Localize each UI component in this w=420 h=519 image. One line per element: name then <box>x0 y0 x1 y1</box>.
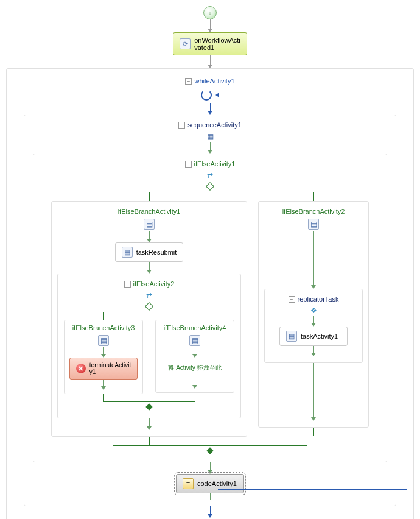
container-title: ifElseBranchActivity2 <box>282 208 345 215</box>
collapse-icon[interactable]: − <box>185 78 192 85</box>
drop-hint[interactable]: 将 Activity 拖放至此 <box>162 358 228 378</box>
collapse-icon[interactable]: − <box>178 122 185 129</box>
decision-icon: ⇄ <box>146 291 152 300</box>
container-header[interactable]: ifElseBranchActivity2 <box>282 208 345 215</box>
connector <box>149 418 150 427</box>
connector <box>210 462 211 471</box>
container-header[interactable]: − ifElseActivity1 <box>185 160 236 168</box>
container-sequence-activity1[interactable]: − sequenceActivity1 ▦ − ifElseActivity1 … <box>24 115 396 506</box>
container-if-else-branch-activity1[interactable]: ifElseBranchActivity1 ▤ ▤ taskResubmit <box>51 201 247 437</box>
merge-connector <box>103 401 195 402</box>
container-header[interactable]: − whileActivity1 <box>185 77 234 85</box>
container-title: replicatorTask <box>298 295 339 303</box>
task-icon: ▤ <box>122 247 133 258</box>
arrowhead-icon <box>147 426 152 430</box>
container-header[interactable]: − ifElseActivity2 <box>124 280 175 288</box>
connector <box>149 231 150 239</box>
merge-connector <box>113 445 307 446</box>
arrowhead-icon <box>311 353 316 356</box>
sequence-icon: ▦ <box>207 132 214 141</box>
container-header[interactable]: ifElseBranchActivity1 <box>118 208 181 215</box>
decision-diamond-icon <box>145 302 153 311</box>
connector <box>195 312 195 320</box>
connector <box>210 506 211 515</box>
activity-code-activity1[interactable]: ≡ codeActivity1 <box>176 474 244 493</box>
loop-arrowhead-icon <box>215 93 219 97</box>
start-node[interactable]: ↓ <box>203 6 217 19</box>
branch-icon: ▤ <box>144 219 155 230</box>
branch-icon: ▤ <box>189 335 200 346</box>
activity-label: taskActivity1 <box>301 333 338 340</box>
merge-diamond-icon <box>206 447 213 454</box>
activity-on-workflow-activated[interactable]: ⟳ onWorkflowActi vated1 <box>173 32 247 55</box>
connector <box>149 437 150 445</box>
workflow-icon: ⟳ <box>180 38 191 49</box>
collapse-icon[interactable]: − <box>185 161 192 168</box>
container-header[interactable]: ifElseBranchActivity3 <box>72 324 135 331</box>
container-header[interactable]: − sequenceActivity1 <box>178 121 242 129</box>
container-title: ifElseActivity2 <box>133 280 175 288</box>
container-title: sequenceActivity1 <box>187 121 242 129</box>
connector <box>195 393 195 400</box>
activity-label: onWorkflowActi vated1 <box>194 37 240 51</box>
activity-terminate-activity1[interactable]: ✕ terminateActivit y1 <box>69 358 138 380</box>
connector <box>313 428 314 436</box>
loop-back-connector-bottom <box>218 489 407 490</box>
container-if-else-branch-activity2[interactable]: ifElseBranchActivity2 ▤ − replicatorTask <box>258 201 369 428</box>
connector <box>210 55 211 65</box>
connector <box>210 19 211 29</box>
container-title: ifElseBranchActivity3 <box>72 324 135 331</box>
container-title: ifElseBranchActivity4 <box>164 324 226 331</box>
down-arrow-icon: ↓ <box>209 10 212 16</box>
branch-row: ifElseBranchActivity3 ▤ ✕ terminateAct <box>64 312 234 401</box>
task-icon: ▤ <box>286 331 297 342</box>
activity-task-activity1[interactable]: ▤ taskActivity1 <box>279 327 348 346</box>
container-title: ifElseActivity1 <box>194 160 236 168</box>
error-icon: ✕ <box>76 364 86 373</box>
loop-back-connector-top <box>218 96 407 96</box>
connector <box>149 192 150 201</box>
connector <box>313 363 314 418</box>
activity-label: codeActivity1 <box>197 480 237 487</box>
container-header[interactable]: ifElseBranchActivity4 <box>164 324 226 331</box>
activity-label: taskResubmit <box>136 249 177 256</box>
container-replicator-task[interactable]: − replicatorTask ❖ ▤ taskActivity1 <box>264 289 363 363</box>
connector <box>313 192 314 201</box>
arrowhead-icon <box>208 514 212 518</box>
connector <box>210 493 211 500</box>
code-icon: ≡ <box>183 478 194 489</box>
branch-icon: ▤ <box>98 335 109 346</box>
connector <box>210 142 211 150</box>
arrowhead-icon <box>192 385 197 389</box>
arrowhead-icon <box>101 386 106 390</box>
loop-back-connector <box>407 96 407 490</box>
activity-task-resubmit[interactable]: ▤ taskResubmit <box>115 242 184 262</box>
activity-label: terminateActivit y1 <box>89 362 131 375</box>
container-if-else-activity2[interactable]: − ifElseActivity2 ⇄ <box>57 274 241 418</box>
container-if-else-branch-activity3[interactable]: ifElseBranchActivity3 ▤ ✕ terminateAct <box>64 320 143 394</box>
container-title: ifElseBranchActivity1 <box>118 208 181 215</box>
decision-icon: ⇄ <box>207 171 213 180</box>
replicator-icon: ❖ <box>310 306 317 315</box>
container-if-else-activity1[interactable]: − ifElseActivity1 ⇄ ifElseBranchActivity… <box>33 154 387 462</box>
connector <box>210 103 211 111</box>
connector <box>313 231 314 286</box>
collapse-icon[interactable]: − <box>289 296 295 303</box>
connector <box>103 312 104 320</box>
loop-icon <box>201 90 212 101</box>
container-while-activity1[interactable]: − whileActivity1 − sequenceActivity1 ▦ <box>6 68 414 519</box>
container-header[interactable]: − replicatorTask <box>289 295 339 303</box>
connector <box>149 262 150 270</box>
collapse-icon[interactable]: − <box>124 281 131 288</box>
container-title: whileActivity1 <box>194 77 234 85</box>
merge-diamond-icon <box>145 403 152 410</box>
decision-diamond-icon <box>206 182 214 191</box>
workflow-canvas: ↓ ⟳ onWorkflowActi vated1 − whileActivit… <box>6 6 414 519</box>
container-if-else-branch-activity4[interactable]: ifElseBranchActivity4 ▤ 将 Activity 拖放至此 <box>155 320 234 393</box>
connector <box>103 394 104 401</box>
branch-row: ifElseBranchActivity1 ▤ ▤ taskResubmit <box>52 192 368 445</box>
branch-icon: ▤ <box>308 219 319 230</box>
arrowhead-icon <box>311 417 316 421</box>
